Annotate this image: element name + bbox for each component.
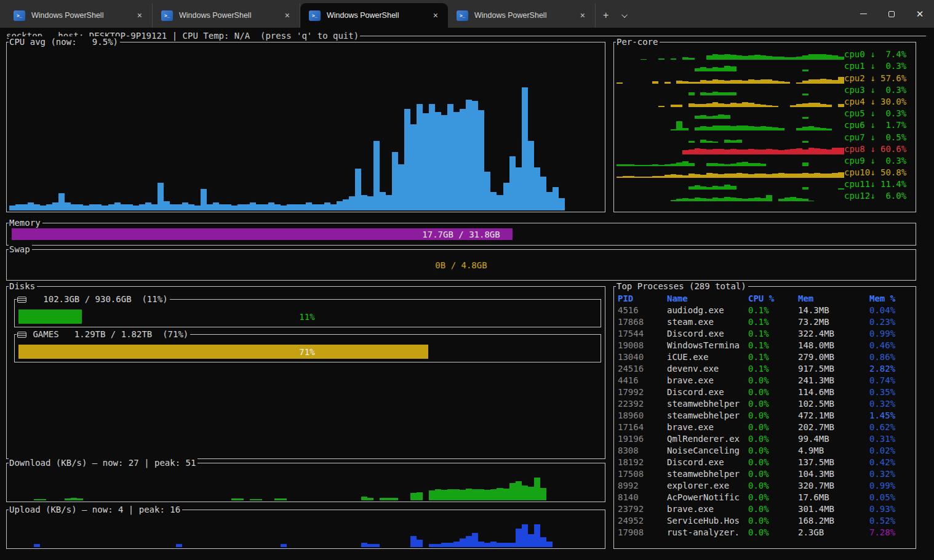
chart-bar — [730, 149, 736, 154]
upload-chart — [9, 518, 602, 547]
process-mem: 104.3MB — [798, 468, 869, 480]
process-name: steamwebhelper — [667, 398, 748, 410]
process-mem: 17.6MB — [798, 492, 869, 503]
chart-bar — [712, 149, 719, 154]
chart-bar — [441, 115, 447, 210]
chart-bar — [306, 202, 312, 210]
cpu-avg-chart — [9, 50, 602, 210]
process-cpu-percent: 0.1% — [748, 351, 798, 363]
process-pid: 18960 — [618, 410, 667, 422]
core-row-cpu3: cpu3 ↓ 0.3% — [617, 84, 913, 95]
chart-bar — [742, 199, 748, 201]
close-button[interactable]: ✕ — [906, 0, 934, 28]
chart-bar — [95, 204, 102, 210]
process-mem-percent: 0.04% — [869, 305, 912, 316]
tab-title: Windows PowerShell — [327, 11, 423, 20]
tab-close-button[interactable]: × — [281, 10, 293, 20]
chart-bar — [28, 202, 34, 210]
chart-bar — [534, 478, 540, 500]
chart-bar — [46, 204, 52, 210]
chart-bar — [207, 204, 213, 210]
process-mem-percent: 2.82% — [869, 363, 912, 375]
chart-bar — [724, 174, 730, 178]
chart-bar — [373, 544, 380, 547]
chart-bar — [796, 174, 802, 178]
process-mem: 102.5MB — [798, 398, 869, 410]
chart-bar — [553, 187, 559, 210]
process-mem: 279.0MB — [798, 351, 869, 363]
process-table-header: PIDNameCPU %MemMem % — [618, 293, 912, 305]
tab-close-button[interactable]: × — [429, 10, 442, 20]
chart-bar — [540, 537, 546, 547]
chart-bar — [724, 197, 730, 201]
disk-games-subpanel: GAMES 1.29TB / 1.82TB (71%) 71% — [14, 334, 601, 362]
process-mem-percent: 0.32% — [869, 468, 912, 480]
chart-bar — [392, 498, 398, 500]
process-pid: 8992 — [618, 480, 667, 492]
process-mem-percent: 0.52% — [869, 515, 912, 527]
tab-dropdown-button[interactable] — [616, 3, 635, 28]
chart-bar — [742, 56, 748, 60]
chart-bar — [730, 55, 736, 60]
chart-bar — [9, 206, 15, 210]
chart-bar — [808, 54, 815, 60]
top-processes-panel: Top Processes (289 total) PIDNameCPU %Me… — [613, 286, 916, 549]
tab-windows-powershell-4[interactable]: >_Windows PowerShell× — [448, 3, 596, 28]
process-pid: 22392 — [618, 398, 667, 410]
chart-bar — [790, 197, 796, 201]
chart-bar — [724, 54, 730, 60]
chart-bar — [398, 164, 404, 210]
chart-bar — [423, 113, 429, 210]
disk-games-gauge: 71% — [18, 345, 596, 359]
cpu3-sparkline — [617, 84, 844, 95]
chart-bar — [712, 102, 719, 107]
process-pid: 8308 — [618, 445, 667, 457]
cpu9-label: cpu9 ↓ 0.3% — [844, 155, 913, 166]
chart-bar — [447, 104, 453, 210]
chart-bar — [429, 544, 435, 547]
process-cpu-percent: 0.1% — [748, 363, 798, 375]
process-mem-percent: 1.45% — [869, 410, 912, 422]
maximize-button[interactable] — [877, 0, 906, 28]
chart-bar — [274, 204, 281, 210]
tab-windows-powershell-3[interactable]: >_Windows PowerShell× — [300, 3, 448, 28]
process-name: Discord.exe — [667, 457, 748, 468]
chart-bar — [802, 55, 808, 60]
core-row-cpu1: cpu1 ↓ 0.3% — [617, 60, 913, 71]
process-name: steamwebhelper — [667, 468, 748, 480]
chart-bar — [712, 54, 719, 60]
chart-bar — [349, 196, 355, 210]
chart-bar — [164, 201, 170, 210]
process-mem: 241.3MB — [798, 375, 869, 386]
process-pid: 23792 — [618, 503, 667, 515]
disks-title: Disks — [9, 281, 37, 292]
tab-close-button[interactable]: × — [134, 10, 146, 20]
chart-bar — [472, 533, 478, 547]
new-tab-button[interactable]: + — [596, 3, 616, 28]
process-pid: 18192 — [618, 457, 667, 468]
process-pid: 17908 — [618, 527, 667, 538]
chart-bar — [324, 202, 330, 210]
chart-bar — [730, 198, 736, 201]
chart-bar — [466, 536, 472, 547]
minimize-button[interactable] — [849, 0, 877, 28]
cpu11-label: cpu11↓ 11.4% — [844, 178, 913, 190]
process-pid: 24952 — [618, 515, 667, 527]
cpu-avg-title: CPU avg (now: 9.5%) — [9, 36, 120, 47]
chart-bar — [361, 543, 367, 547]
process-row: 8140AcPowerNotific0.0%17.6MB0.05% — [618, 492, 912, 503]
chart-bar — [231, 498, 237, 500]
process-name: Discord.exe — [667, 386, 748, 398]
chart-bar — [540, 488, 546, 500]
tab-windows-powershell-1[interactable]: >_Windows PowerShell× — [5, 3, 153, 28]
process-cpu-percent: 0.0% — [748, 422, 798, 433]
tab-windows-powershell-2[interactable]: >_Windows PowerShell× — [153, 3, 300, 28]
chart-bar — [784, 198, 791, 201]
core-row-cpu8: cpu8 ↓ 60.6% — [617, 143, 913, 154]
tab-close-button[interactable]: × — [577, 10, 589, 20]
chart-bar — [40, 206, 46, 210]
process-pid: 19196 — [618, 433, 667, 445]
process-cpu-percent: 0.1% — [748, 340, 798, 351]
chart-bar — [820, 54, 826, 60]
chart-bar — [730, 174, 736, 178]
